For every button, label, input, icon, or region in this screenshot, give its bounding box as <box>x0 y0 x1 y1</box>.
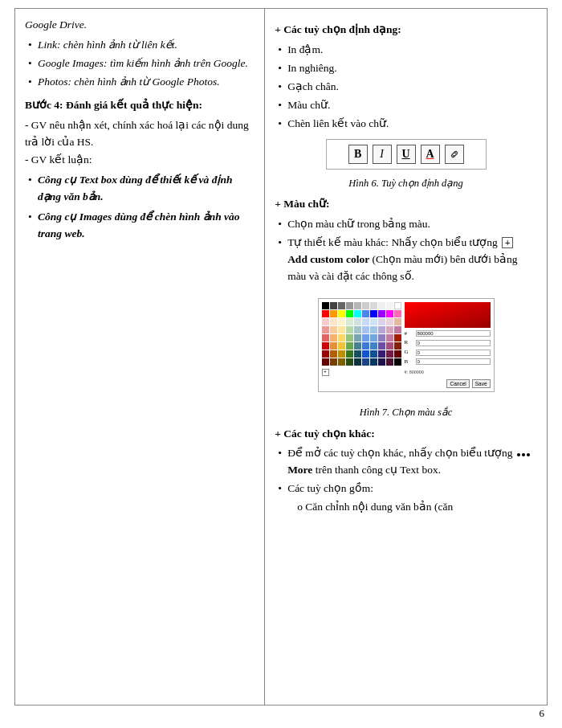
color-list: Chọn màu chữ trong bảng màu. Tự thiết kế… <box>275 216 537 285</box>
color-right-panel: # R G B <box>405 302 491 389</box>
conclusion-item-2: Công cụ Images dùng để chèn hình ảnh vào… <box>25 209 255 243</box>
b-input[interactable] <box>416 358 491 365</box>
main-content: Google Drive. Link: chèn hình ảnh từ liê… <box>14 8 548 706</box>
color-header: Màu chữ: <box>275 196 537 213</box>
images-conclusion: Công cụ Images dùng để chèn hình ảnh vào… <box>38 211 240 239</box>
bold-icon: B <box>348 145 368 164</box>
format-header: Các tuỳ chọn định dạng: <box>275 22 537 39</box>
list-item: Google Images: tìm kiếm hình ảnh trên Go… <box>25 55 255 72</box>
page-number: 6 <box>540 707 545 720</box>
italic-icon: I <box>373 145 392 164</box>
link-item: Link: chèn hình ảnh từ liên kết. <box>38 39 177 51</box>
list-item: Photos: chèn hình ảnh từ Google Photos. <box>25 74 255 91</box>
list-item: Link: chèn hình ảnh từ liên kết. <box>25 37 255 54</box>
format-underline: Gạch chân. <box>275 79 537 96</box>
google-images-item: Google Images: tìm kiếm hình ảnh trên Go… <box>38 57 248 69</box>
format-icons-box: B I U A <box>326 139 487 170</box>
other-item-3: o Căn chỉnh nội dung văn bản (căn <box>275 499 537 516</box>
link-icon <box>445 145 464 164</box>
dash2: - GV kết luận: <box>25 152 255 169</box>
format-color: Màu chữ. <box>275 97 537 114</box>
color-text: Tự thiết kế màu khác: Nhấy chọn biểu tượ… <box>287 236 498 248</box>
color-item-2: Tự thiết kế màu khác: Nhấy chọn biểu tượ… <box>275 235 537 285</box>
other-header: Các tuỳ chọn khác: <box>275 426 537 443</box>
color-picker-box: + # R <box>318 298 495 393</box>
format-link: Chèn liên kết vào chữ. <box>275 116 537 133</box>
format-icons-group: B I U A <box>348 145 464 164</box>
conclusion-list: Công cụ Text box dùng để thiết kế và địn… <box>25 172 255 243</box>
page: Google Drive. Link: chèn hình ảnh từ liê… <box>0 0 562 728</box>
other-item-1: Để mở các tuỳ chọn khác, nhấy chọn biểu … <box>275 445 537 479</box>
color-grid: + <box>322 302 401 389</box>
plus-icon: + <box>502 237 513 248</box>
g-input[interactable] <box>416 350 491 356</box>
underline-icon: U <box>397 145 416 164</box>
other-item-2: Các tuỳ chọn gồm: <box>275 481 537 497</box>
conclusion-item-1: Công cụ Text box dùng để thiết kế và địn… <box>25 172 255 206</box>
textbox-conclusion: Công cụ Text box dùng để thiết kế và địn… <box>38 174 232 202</box>
color-a-icon: A <box>421 145 440 164</box>
link-list: Link: chèn hình ảnh từ liên kết. Google … <box>25 37 255 91</box>
hex-input[interactable] <box>416 330 491 337</box>
step4-header: Bước 4: Đánh giá kết quả thực hiện: <box>25 97 255 114</box>
format-list: In đậm. In nghiêng. Gạch chân. Màu chữ. … <box>275 42 537 133</box>
save-button[interactable]: Save <box>472 379 491 388</box>
add-custom-color-label: Add custom color <box>287 253 369 265</box>
color-inputs: # R G B <box>405 329 491 366</box>
fig6-caption: Hình 6. Tuỳ chọn định dạng <box>275 176 537 191</box>
fig7-caption: Hình 7. Chọn màu sắc <box>275 405 537 420</box>
left-column: Google Drive. Link: chèn hình ảnh từ liê… <box>15 9 265 705</box>
format-italic: In nghiêng. <box>275 60 537 77</box>
right-column: Các tuỳ chọn định dạng: In đậm. In nghiê… <box>265 9 547 705</box>
color-preview <box>405 302 491 328</box>
cancel-button[interactable]: Cancel <box>446 379 469 388</box>
other-list: Để mở các tuỳ chọn khác, nhấy chọn biểu … <box>275 445 537 516</box>
r-input[interactable] <box>416 340 491 346</box>
color-item-1: Chọn màu chữ trong bảng màu. <box>275 216 537 233</box>
format-bold: In đậm. <box>275 42 537 59</box>
google-drive-text: Google Drive. <box>25 17 255 34</box>
color-buttons: Cancel Save <box>405 379 491 388</box>
dash1: - GV nêu nhận xét, chính xác hoá lại các… <box>25 117 255 151</box>
photos-item: Photos: chèn hình ảnh từ Google Photos. <box>38 76 220 88</box>
